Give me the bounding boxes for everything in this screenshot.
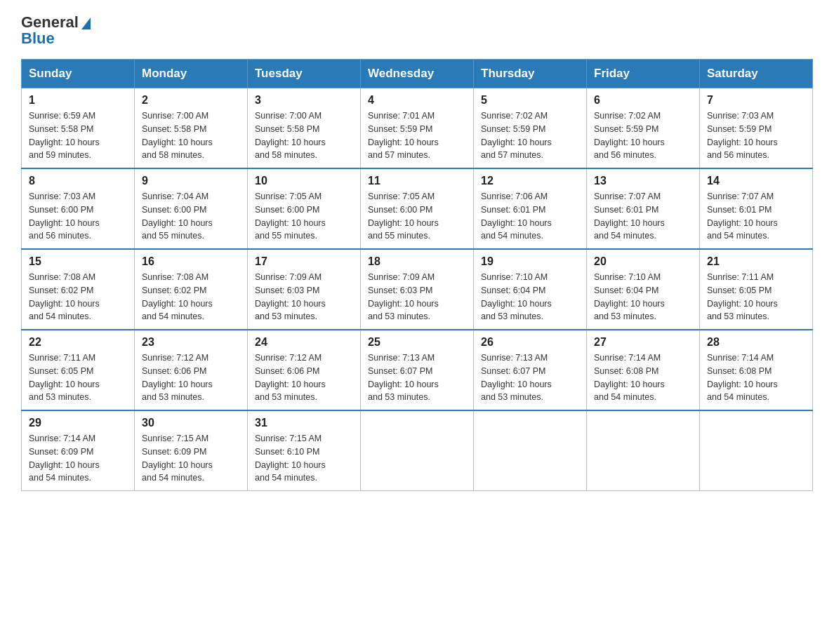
col-header-friday: Friday — [587, 60, 700, 88]
day-number: 12 — [481, 175, 579, 187]
col-header-wednesday: Wednesday — [361, 60, 474, 88]
day-cell — [700, 410, 813, 491]
day-cell: 13 Sunrise: 7:07 AMSunset: 6:01 PMDaylig… — [587, 168, 700, 249]
day-number: 24 — [255, 336, 353, 349]
day-cell: 4 Sunrise: 7:01 AMSunset: 5:59 PMDayligh… — [361, 88, 474, 169]
day-cell: 6 Sunrise: 7:02 AMSunset: 5:59 PMDayligh… — [587, 88, 700, 169]
day-info: Sunrise: 7:13 AMSunset: 6:07 PMDaylight:… — [368, 351, 466, 404]
day-cell: 8 Sunrise: 7:03 AMSunset: 6:00 PMDayligh… — [22, 168, 135, 249]
day-info: Sunrise: 6:59 AMSunset: 5:58 PMDaylight:… — [29, 109, 127, 162]
day-cell: 5 Sunrise: 7:02 AMSunset: 5:59 PMDayligh… — [474, 88, 587, 169]
day-info: Sunrise: 7:07 AMSunset: 6:01 PMDaylight:… — [594, 190, 692, 243]
day-info: Sunrise: 7:14 AMSunset: 6:09 PMDaylight:… — [29, 432, 127, 485]
day-info: Sunrise: 7:13 AMSunset: 6:07 PMDaylight:… — [481, 351, 579, 404]
day-number: 28 — [707, 336, 805, 349]
day-number: 1 — [29, 94, 127, 107]
week-row-3: 15 Sunrise: 7:08 AMSunset: 6:02 PMDaylig… — [22, 249, 813, 330]
day-info: Sunrise: 7:09 AMSunset: 6:03 PMDaylight:… — [368, 271, 466, 323]
day-number: 13 — [594, 175, 692, 187]
day-number: 3 — [255, 94, 353, 107]
day-number: 11 — [368, 175, 466, 187]
day-cell — [361, 410, 474, 491]
day-info: Sunrise: 7:07 AMSunset: 6:01 PMDaylight:… — [707, 190, 805, 243]
day-info: Sunrise: 7:00 AMSunset: 5:58 PMDaylight:… — [255, 109, 353, 162]
day-cell: 23 Sunrise: 7:12 AMSunset: 6:06 PMDaylig… — [135, 330, 248, 410]
day-number: 25 — [368, 336, 466, 349]
day-number: 17 — [255, 255, 353, 268]
day-number: 15 — [29, 255, 127, 268]
week-row-4: 22 Sunrise: 7:11 AMSunset: 6:05 PMDaylig… — [22, 330, 813, 410]
day-number: 30 — [142, 417, 240, 429]
day-number: 6 — [594, 94, 692, 107]
day-number: 23 — [142, 336, 240, 349]
day-cell: 27 Sunrise: 7:14 AMSunset: 6:08 PMDaylig… — [587, 330, 700, 410]
day-cell: 17 Sunrise: 7:09 AMSunset: 6:03 PMDaylig… — [248, 249, 361, 330]
day-cell: 29 Sunrise: 7:14 AMSunset: 6:09 PMDaylig… — [22, 410, 135, 491]
day-number: 19 — [481, 255, 579, 268]
day-info: Sunrise: 7:10 AMSunset: 6:04 PMDaylight:… — [481, 271, 579, 323]
day-cell: 7 Sunrise: 7:03 AMSunset: 5:59 PMDayligh… — [700, 88, 813, 169]
day-cell: 14 Sunrise: 7:07 AMSunset: 6:01 PMDaylig… — [700, 168, 813, 249]
day-number: 26 — [481, 336, 579, 349]
page-header: General Blue — [21, 14, 813, 46]
day-cell: 30 Sunrise: 7:15 AMSunset: 6:09 PMDaylig… — [135, 410, 248, 491]
day-cell: 18 Sunrise: 7:09 AMSunset: 6:03 PMDaylig… — [361, 249, 474, 330]
day-number: 5 — [481, 94, 579, 107]
day-number: 18 — [368, 255, 466, 268]
col-header-sunday: Sunday — [22, 60, 135, 88]
day-number: 14 — [707, 175, 805, 187]
day-info: Sunrise: 7:05 AMSunset: 6:00 PMDaylight:… — [368, 190, 466, 243]
day-number: 21 — [707, 255, 805, 268]
day-info: Sunrise: 7:12 AMSunset: 6:06 PMDaylight:… — [255, 351, 353, 404]
day-number: 20 — [594, 255, 692, 268]
day-cell: 28 Sunrise: 7:14 AMSunset: 6:08 PMDaylig… — [700, 330, 813, 410]
day-info: Sunrise: 7:11 AMSunset: 6:05 PMDaylight:… — [707, 271, 805, 323]
day-info: Sunrise: 7:02 AMSunset: 5:59 PMDaylight:… — [594, 109, 692, 162]
day-cell: 31 Sunrise: 7:15 AMSunset: 6:10 PMDaylig… — [248, 410, 361, 491]
calendar-table: SundayMondayTuesdayWednesdayThursdayFrid… — [21, 59, 813, 491]
day-cell: 10 Sunrise: 7:05 AMSunset: 6:00 PMDaylig… — [248, 168, 361, 249]
col-header-saturday: Saturday — [700, 60, 813, 88]
day-cell: 22 Sunrise: 7:11 AMSunset: 6:05 PMDaylig… — [22, 330, 135, 410]
day-info: Sunrise: 7:05 AMSunset: 6:00 PMDaylight:… — [255, 190, 353, 243]
day-info: Sunrise: 7:08 AMSunset: 6:02 PMDaylight:… — [142, 271, 240, 323]
day-info: Sunrise: 7:04 AMSunset: 6:00 PMDaylight:… — [142, 190, 240, 243]
calendar-header-row: SundayMondayTuesdayWednesdayThursdayFrid… — [22, 60, 813, 88]
day-cell: 16 Sunrise: 7:08 AMSunset: 6:02 PMDaylig… — [135, 249, 248, 330]
day-number: 7 — [707, 94, 805, 107]
day-number: 22 — [29, 336, 127, 349]
day-cell: 12 Sunrise: 7:06 AMSunset: 6:01 PMDaylig… — [474, 168, 587, 249]
day-info: Sunrise: 7:14 AMSunset: 6:08 PMDaylight:… — [594, 351, 692, 404]
logo-blue: Blue — [21, 31, 55, 46]
day-cell — [587, 410, 700, 491]
day-cell — [474, 410, 587, 491]
day-number: 4 — [368, 94, 466, 107]
day-number: 10 — [255, 175, 353, 187]
day-cell: 21 Sunrise: 7:11 AMSunset: 6:05 PMDaylig… — [700, 249, 813, 330]
day-info: Sunrise: 7:00 AMSunset: 5:58 PMDaylight:… — [142, 109, 240, 162]
day-cell: 9 Sunrise: 7:04 AMSunset: 6:00 PMDayligh… — [135, 168, 248, 249]
col-header-tuesday: Tuesday — [248, 60, 361, 88]
day-info: Sunrise: 7:12 AMSunset: 6:06 PMDaylight:… — [142, 351, 240, 404]
day-number: 9 — [142, 175, 240, 187]
day-number: 27 — [594, 336, 692, 349]
day-number: 2 — [142, 94, 240, 107]
week-row-1: 1 Sunrise: 6:59 AMSunset: 5:58 PMDayligh… — [22, 88, 813, 169]
day-cell: 20 Sunrise: 7:10 AMSunset: 6:04 PMDaylig… — [587, 249, 700, 330]
logo-text: General — [21, 14, 79, 31]
day-cell: 26 Sunrise: 7:13 AMSunset: 6:07 PMDaylig… — [474, 330, 587, 410]
day-info: Sunrise: 7:15 AMSunset: 6:09 PMDaylight:… — [142, 432, 240, 485]
logo: General Blue — [21, 14, 91, 46]
day-cell: 25 Sunrise: 7:13 AMSunset: 6:07 PMDaylig… — [361, 330, 474, 410]
day-cell: 11 Sunrise: 7:05 AMSunset: 6:00 PMDaylig… — [361, 168, 474, 249]
day-number: 16 — [142, 255, 240, 268]
day-number: 31 — [255, 417, 353, 429]
day-info: Sunrise: 7:09 AMSunset: 6:03 PMDaylight:… — [255, 271, 353, 323]
day-cell: 19 Sunrise: 7:10 AMSunset: 6:04 PMDaylig… — [474, 249, 587, 330]
day-cell: 3 Sunrise: 7:00 AMSunset: 5:58 PMDayligh… — [248, 88, 361, 169]
day-number: 8 — [29, 175, 127, 187]
day-cell: 2 Sunrise: 7:00 AMSunset: 5:58 PMDayligh… — [135, 88, 248, 169]
day-cell: 1 Sunrise: 6:59 AMSunset: 5:58 PMDayligh… — [22, 88, 135, 169]
day-info: Sunrise: 7:08 AMSunset: 6:02 PMDaylight:… — [29, 271, 127, 323]
day-cell: 15 Sunrise: 7:08 AMSunset: 6:02 PMDaylig… — [22, 249, 135, 330]
